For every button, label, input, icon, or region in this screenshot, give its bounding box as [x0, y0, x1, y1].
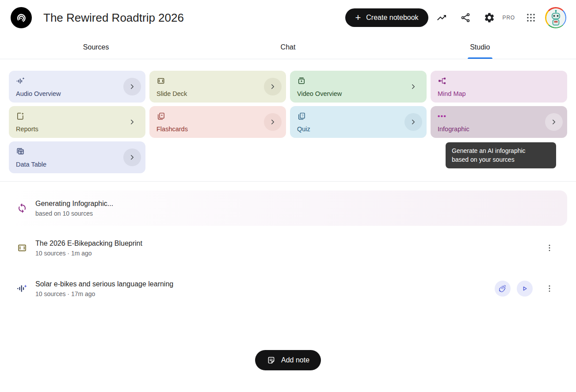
chevron-right-icon[interactable] [404, 113, 422, 131]
pro-badge: PRO [503, 15, 515, 21]
svg-text:?: ? [301, 114, 303, 118]
chevron-right-icon[interactable] [123, 148, 141, 166]
studio-card-flashcards[interactable]: Flashcards [149, 106, 286, 138]
settings-button[interactable] [479, 7, 500, 28]
card-label: Reports [16, 126, 138, 133]
footer: Add note [0, 350, 576, 370]
studio-card-infographic[interactable]: ••• Infographic [431, 106, 567, 138]
chevron-right-icon[interactable] [123, 78, 141, 95]
interactive-mode-button[interactable] [495, 281, 511, 297]
video-overview-icon [297, 76, 420, 85]
studio-card-reports[interactable]: Reports [9, 106, 145, 138]
slide-deck-icon [9, 243, 35, 253]
waving-hand-icon [498, 284, 507, 293]
output-row-audio-overview[interactable]: Solar e-bikes and serious language learn… [9, 276, 567, 301]
active-tab-underline [468, 57, 492, 59]
tab-bar: Sources Chat Studio [0, 35, 576, 59]
card-label: Slide Deck [156, 90, 279, 97]
more-vertical-icon [545, 284, 554, 293]
more-options-button[interactable] [542, 241, 557, 255]
apps-grid-icon [526, 12, 536, 23]
analytics-button[interactable] [431, 7, 452, 28]
studio-card-audio-overview[interactable]: Audio Overview [9, 71, 145, 103]
section-divider [0, 181, 576, 182]
notebook-title[interactable]: The Rewired Roadtrip 2026 [43, 11, 184, 25]
studio-card-video-overview[interactable]: Video Overview [290, 71, 427, 103]
tab-chat[interactable]: Chat [192, 35, 384, 59]
card-label: Quiz [297, 126, 420, 133]
output-title: Generating Infographic... [35, 200, 113, 208]
avatar-robot-image [546, 8, 565, 27]
output-subtitle: 10 sources · 1m ago [35, 250, 142, 257]
card-label: Infographic [438, 126, 560, 133]
tab-sources-label: Sources [83, 43, 109, 51]
header: The Rewired Roadtrip 2026 + Create noteb… [0, 0, 576, 35]
chevron-right-icon[interactable] [264, 78, 282, 95]
header-actions: + Create notebook PRO [345, 7, 566, 28]
create-notebook-label: Create notebook [366, 14, 418, 22]
chevron-right-icon[interactable] [264, 113, 282, 131]
generating-infographic-row[interactable]: Generating Infographic... based on 10 so… [9, 190, 567, 226]
play-icon [520, 284, 529, 293]
create-notebook-button[interactable]: + Create notebook [345, 8, 428, 27]
notebooklm-logo-icon[interactable] [11, 7, 32, 28]
output-subtitle: based on 10 sources [35, 210, 113, 217]
tab-studio[interactable]: Studio [384, 35, 576, 59]
share-button[interactable] [455, 7, 476, 28]
gear-icon [484, 12, 495, 23]
studio-output-list: Generating Infographic... based on 10 so… [0, 190, 576, 301]
output-title: Solar e-bikes and serious language learn… [35, 280, 173, 288]
data-table-icon [16, 147, 138, 156]
more-vertical-icon [545, 244, 554, 252]
studio-card-mind-map[interactable]: Mind Map [431, 71, 567, 103]
card-label: Mind Map [438, 90, 560, 97]
card-label: Data Table [16, 161, 138, 168]
card-label: Audio Overview [16, 90, 138, 97]
ellipsis-loading-icon: ••• [438, 112, 560, 121]
audio-waveform-sparkle-icon [16, 76, 138, 85]
chevron-right-icon[interactable] [545, 113, 563, 131]
account-avatar[interactable] [545, 7, 566, 28]
share-icon [460, 12, 471, 23]
note-icon [267, 356, 276, 365]
report-sparkle-icon [16, 112, 138, 121]
flashcards-icon [156, 112, 279, 121]
mind-map-icon [438, 76, 560, 85]
studio-card-quiz[interactable]: ? Quiz [290, 106, 427, 138]
tab-sources[interactable]: Sources [0, 35, 192, 59]
more-options-button[interactable] [542, 282, 557, 296]
tab-studio-label: Studio [470, 43, 490, 51]
card-label: Video Overview [297, 90, 420, 97]
quiz-icon: ? [297, 112, 420, 121]
output-title: The 2026 E-Bikepacking Blueprint [35, 240, 142, 247]
apps-grid-button[interactable] [520, 7, 542, 28]
studio-card-data-table[interactable]: Data Table [9, 141, 145, 173]
slide-deck-icon [156, 76, 279, 85]
tab-chat-label: Chat [281, 43, 296, 51]
play-button[interactable] [517, 281, 533, 297]
studio-card-slide-deck[interactable]: Slide Deck [149, 71, 286, 103]
audio-waveform-icon [9, 283, 35, 294]
chevron-right-icon[interactable] [404, 78, 422, 95]
add-note-label: Add note [281, 356, 309, 364]
add-note-button[interactable]: Add note [255, 350, 321, 370]
tooltip-line1: Generate an AI infographic [452, 147, 526, 154]
chevron-right-icon[interactable] [123, 113, 141, 131]
output-row-slide-deck[interactable]: The 2026 E-Bikepacking Blueprint 10 sour… [9, 236, 567, 260]
tooltip-line2: based on your sources [452, 156, 515, 163]
infographic-tooltip: Generate an AI infographic based on your… [446, 142, 556, 168]
trending-up-icon [436, 12, 447, 23]
sync-spinner-icon [9, 203, 35, 213]
output-subtitle: 10 sources · 17m ago [35, 290, 173, 297]
card-label: Flashcards [156, 126, 279, 133]
plus-icon: + [355, 13, 361, 23]
